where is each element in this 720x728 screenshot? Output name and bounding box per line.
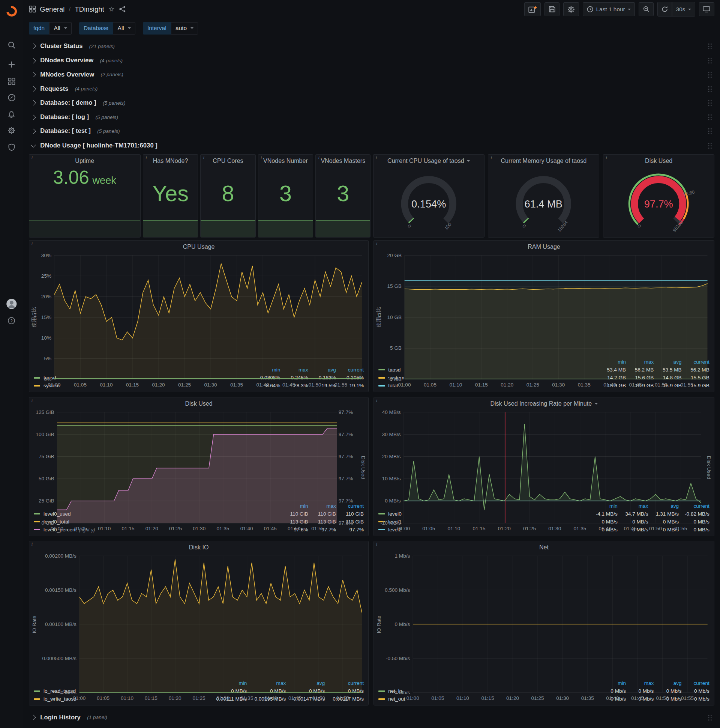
axis-tick-label: 01:20 (493, 525, 515, 532)
panel-title[interactable]: Disk IO (29, 541, 369, 553)
panel-info-icon[interactable]: i (32, 241, 33, 246)
configuration-gear-icon[interactable] (0, 124, 23, 137)
axis-tick-label: 01:35 (225, 382, 247, 388)
axis-tick-label: 97.7% (339, 453, 357, 460)
panel-title[interactable]: Net (374, 541, 714, 553)
zoom-out-button[interactable] (639, 2, 654, 16)
row-database-test[interactable]: Database: [ test ](5 panels) (29, 125, 714, 137)
panel-info-icon[interactable]: i (318, 155, 319, 161)
share-icon[interactable] (119, 6, 126, 13)
drag-handle[interactable] (708, 714, 712, 720)
axis-tick-label: 01:25 (518, 525, 540, 532)
cpu-gauge[interactable]: 0.154%0100 (374, 167, 484, 237)
panel-title[interactable]: Has MNode? (143, 154, 198, 167)
panel-info-icon[interactable]: i (261, 155, 262, 161)
axis-tick-label: 01:00 (402, 695, 424, 701)
search-icon[interactable] (0, 38, 23, 52)
variable-interval[interactable]: Interval auto (143, 22, 198, 34)
panel-info-icon[interactable]: i (491, 155, 492, 161)
panel-title[interactable]: VNodes Number (258, 154, 313, 167)
panel-info-icon[interactable]: i (606, 155, 607, 161)
panel-title[interactable]: CPU Usage (29, 240, 369, 252)
row-title: Cluster Status (40, 43, 82, 50)
panel-info-icon[interactable]: i (145, 155, 146, 161)
time-range-picker[interactable]: Last 1 hour (583, 2, 635, 16)
tv-mode-button[interactable] (699, 2, 715, 16)
panel-info-icon[interactable]: i (32, 398, 33, 404)
panel-title[interactable]: Disk Used (603, 154, 714, 167)
drag-handle[interactable] (708, 43, 712, 49)
refresh-button[interactable] (658, 2, 672, 16)
panel-info-icon[interactable]: i (376, 241, 377, 246)
disk-used-gauge[interactable]: 97.7%09510075.80 (603, 167, 714, 237)
breadcrumb-dashboard-title[interactable]: TDinsight (75, 5, 104, 14)
help-icon[interactable]: ? (0, 314, 23, 327)
panel-title[interactable]: RAM Usage (374, 240, 714, 252)
row-requests[interactable]: Requests(4 panels) (29, 83, 714, 95)
panel-info-icon[interactable]: i (376, 155, 377, 161)
panel-info-icon[interactable]: i (376, 398, 377, 404)
axis-tick-label: 01:05 (419, 382, 441, 388)
chart-canvas[interactable] (31, 410, 366, 533)
drag-handle[interactable] (708, 99, 712, 106)
row-title: MNodes Overview (40, 71, 94, 78)
axis-tick-label: 0.00100 MB/s (38, 621, 76, 627)
drag-handle[interactable] (708, 57, 712, 64)
panel-info-icon[interactable]: i (32, 155, 33, 161)
axis-tick-label: 01:05 (92, 695, 114, 701)
row-mnodes-overview[interactable]: MNodes Overview(2 panels) (29, 68, 714, 81)
drag-handle[interactable] (708, 86, 712, 92)
chart-canvas[interactable] (376, 252, 712, 390)
axis-tick-label: 10 GB (382, 314, 402, 320)
memory-gauge[interactable]: 61.4 MB016384 (488, 167, 599, 237)
axis-tick-label: 01:30 (200, 382, 222, 388)
breadcrumb-folder[interactable]: General (40, 5, 64, 14)
dashboard-settings-button[interactable] (563, 2, 579, 16)
axis-tick-label: 01:30 (551, 695, 574, 701)
grafana-logo[interactable] (0, 3, 23, 20)
panel-info-icon[interactable]: i (32, 541, 33, 547)
server-admin-shield-icon[interactable] (0, 140, 23, 154)
panel-info-icon[interactable]: i (376, 541, 377, 547)
chart-canvas[interactable] (31, 252, 366, 390)
row-database-demo[interactable]: Database: [ demo ](5 panels) (29, 96, 714, 109)
variable-fqdn[interactable]: fqdn All (29, 22, 72, 34)
axis-tick-label: 01:15 (468, 525, 490, 532)
drag-handle[interactable] (708, 128, 712, 135)
panel-title[interactable]: CPU Cores (201, 154, 255, 167)
panel-title[interactable]: Current Memory Usage of taosd (488, 154, 599, 167)
panel-info-icon[interactable]: i (203, 155, 204, 161)
axis-tick-label: 30% (38, 252, 51, 258)
chart-canvas[interactable] (31, 553, 366, 702)
breadcrumb-grid-icon[interactable] (29, 6, 36, 13)
stat-sparkline (143, 220, 198, 237)
chart-canvas[interactable] (376, 553, 712, 702)
drag-handle[interactable] (708, 71, 712, 78)
row-login-history[interactable]: Login History(1 panel) (29, 711, 714, 723)
row-database-log[interactable]: Database: [ log ](5 panels) (29, 111, 714, 124)
chart-canvas[interactable] (376, 410, 712, 533)
panel-title[interactable]: Uptime (29, 154, 140, 167)
star-icon[interactable]: ☆ (108, 5, 115, 14)
add-panel-button[interactable] (524, 2, 541, 16)
row-cluster-status[interactable]: Cluster Status(21 panels) (29, 40, 714, 52)
drag-handle[interactable] (708, 142, 712, 148)
explore-icon[interactable] (0, 90, 23, 104)
alerting-bell-icon[interactable] (0, 108, 23, 122)
row-dnode-usage[interactable]: DNode Usage [ huolinhe-TM1701:6030 ] (29, 139, 714, 151)
panel-title[interactable]: Current CPU Usage of taosd (374, 154, 484, 167)
create-icon[interactable] (0, 57, 23, 71)
axis-tick-label: 15% (38, 314, 51, 320)
panel-title[interactable]: VNodes Masters (316, 154, 370, 167)
row-dnodes-overview[interactable]: DNodes Overview(4 panels) (29, 54, 714, 67)
row-panel-count: (4 panels) (100, 58, 123, 63)
refresh-interval-select[interactable]: 30s (673, 2, 695, 16)
panel-title[interactable]: Disk Used (29, 398, 369, 410)
drag-handle[interactable] (708, 114, 712, 121)
row-panel-count: (21 panels) (89, 44, 115, 49)
panel-title[interactable]: Disk Used Increasing Rate per Minute (374, 398, 714, 410)
dashboards-icon[interactable] (0, 74, 23, 88)
variable-database[interactable]: Database All (79, 22, 135, 34)
save-dashboard-button[interactable] (545, 2, 560, 16)
user-avatar[interactable] (0, 298, 23, 311)
